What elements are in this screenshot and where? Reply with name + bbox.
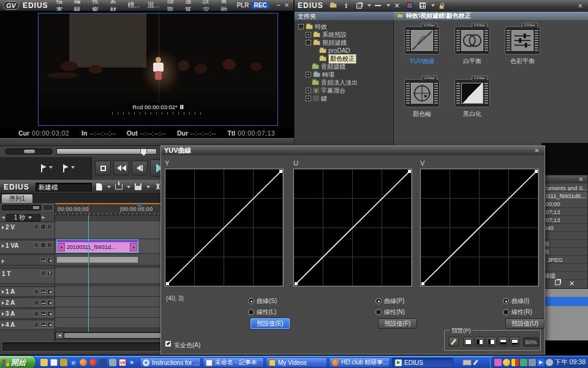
- radio-curve-v[interactable]: 曲線(I): [503, 297, 532, 305]
- effect-color-wheel[interactable]: V.Filter 顏色輪: [399, 79, 445, 118]
- shuttle-slider[interactable]: [5, 148, 53, 155]
- preview-mode-full-button[interactable]: [463, 337, 473, 347]
- tree-item-transitions[interactable]: +轉場: [295, 71, 393, 79]
- safe-color-checkbox[interactable]: [165, 340, 172, 347]
- sync-icon[interactable]: [40, 242, 46, 248]
- track-header-2a[interactable]: 2 A: [0, 297, 55, 308]
- task-my-videos[interactable]: My Videos: [266, 358, 327, 367]
- tray-network-icon[interactable]: [529, 359, 536, 366]
- expand-icon[interactable]: +: [306, 96, 311, 101]
- waveform-icon[interactable]: [40, 300, 46, 305]
- expander-icon[interactable]: [2, 226, 4, 229]
- collapse-icon[interactable]: -: [306, 40, 311, 45]
- quicklaunch-camera-icon[interactable]: [109, 359, 116, 366]
- tray-messenger-icon[interactable]: [503, 359, 510, 366]
- color-button[interactable]: [405, 1, 415, 10]
- curve-graph-y[interactable]: [165, 169, 284, 286]
- track-header-3a[interactable]: 3 A: [0, 309, 55, 319]
- lock-icon[interactable]: [34, 289, 39, 294]
- track-header-1a[interactable]: 1 A: [0, 286, 55, 297]
- tray-zonealarm-icon[interactable]: [511, 359, 519, 366]
- preview-pen-button[interactable]: [448, 337, 459, 347]
- speaker-icon[interactable]: [47, 289, 53, 294]
- film-icon[interactable]: [47, 242, 53, 248]
- sequence-tab[interactable]: 序列1: [2, 194, 32, 203]
- zoom-in-arrow[interactable]: ►: [40, 215, 47, 220]
- view-button[interactable]: [418, 1, 428, 10]
- position-pointer[interactable]: [140, 148, 147, 156]
- lock-icon[interactable]: [34, 224, 39, 229]
- rewind-button[interactable]: [113, 161, 129, 175]
- language-bar[interactable]: [461, 358, 488, 367]
- film-icon[interactable]: [47, 224, 53, 229]
- video-preview[interactable]: Rcd 00:00:03:02*: [38, 13, 278, 126]
- blend-button[interactable]: [373, 1, 383, 10]
- track-header-1t[interactable]: 1 T T: [0, 268, 55, 284]
- expand-icon[interactable]: +: [306, 88, 311, 93]
- duplicate-dropdown[interactable]: [368, 4, 371, 7]
- zoom-value[interactable]: 1 秒: [6, 214, 40, 221]
- quicklaunch-document-icon[interactable]: [50, 359, 58, 366]
- save-button[interactable]: [134, 182, 143, 191]
- task-hdclub[interactable]: HD.club 精研事...: [329, 358, 390, 367]
- waveform-icon[interactable]: [40, 322, 46, 328]
- properties-close-button[interactable]: ✕: [576, 176, 586, 183]
- mark-out-button[interactable]: [59, 162, 69, 174]
- palette-close-button[interactable]: ✕: [576, 2, 585, 9]
- zoom-out-arrow[interactable]: ◄: [0, 215, 6, 220]
- duplicate-button[interactable]: [354, 1, 364, 10]
- lock-icon[interactable]: [34, 300, 39, 305]
- expander-icon[interactable]: [2, 290, 4, 294]
- tray-media-player-icon[interactable]: ▶: [537, 359, 545, 366]
- effect-white-balance[interactable]: V.Filter 白平衡: [449, 26, 496, 66]
- lock-icon[interactable]: [40, 270, 46, 276]
- new-sequence-dropdown[interactable]: [107, 186, 111, 188]
- export-dropdown[interactable]: [127, 186, 130, 188]
- speaker-icon[interactable]: [47, 300, 53, 305]
- close-button[interactable]: ✕: [283, 2, 290, 9]
- title-icon[interactable]: T: [47, 270, 53, 276]
- track-header-4a[interactable]: 4 A: [0, 320, 55, 330]
- waveform-icon[interactable]: [40, 311, 46, 316]
- expander-icon[interactable]: [2, 301, 4, 305]
- timeline-clip[interactable]: 20100311_f9931d...: [56, 239, 138, 253]
- quicklaunch-overflow-chevron[interactable]: »: [130, 358, 134, 366]
- stop-button[interactable]: [95, 161, 111, 175]
- tree-item-color-correction[interactable]: 顏色校正: [295, 55, 393, 63]
- tree-item-keys[interactable]: +鍵: [295, 94, 393, 102]
- task-edius[interactable]: EDIUS: [392, 358, 453, 367]
- curve-handle[interactable]: [295, 282, 298, 285]
- dialog-close-button[interactable]: ✕: [532, 147, 541, 154]
- expand-icon[interactable]: +: [306, 72, 311, 77]
- view-dropdown[interactable]: [431, 4, 435, 7]
- curve-handle[interactable]: [166, 282, 169, 285]
- preview-zoom-button[interactable]: 50%: [523, 337, 539, 347]
- curve-graph-u[interactable]: [293, 169, 412, 286]
- quicklaunch-folder-icon[interactable]: [40, 359, 48, 366]
- quicklaunch-firefox-icon[interactable]: [80, 359, 87, 366]
- minimize-button[interactable]: –: [275, 2, 282, 9]
- selected-list-row[interactable]: [542, 297, 588, 306]
- tray-antivirus-icon[interactable]: [520, 359, 527, 366]
- expander-icon[interactable]: [2, 259, 4, 263]
- tree-item-video-filters[interactable]: -視頻濾鏡: [295, 39, 393, 47]
- effect-black-white[interactable]: V.Filter 黑白化: [449, 79, 496, 118]
- shuttle-handle[interactable]: [24, 150, 35, 153]
- export-button[interactable]: [114, 182, 124, 191]
- tray-volume-icon[interactable]: [546, 359, 553, 366]
- preset-button-u[interactable]: 預設值(F): [378, 318, 417, 329]
- effect-color-balance[interactable]: V.Filter 色彩平衡: [499, 26, 546, 66]
- rec-button[interactable]: REC: [252, 2, 268, 9]
- mark-in-button[interactable]: [37, 162, 47, 174]
- plr-button[interactable]: PLR: [236, 2, 249, 9]
- move-up-button[interactable]: t: [341, 1, 352, 10]
- quicklaunch-app-icon[interactable]: [99, 359, 107, 366]
- quicklaunch-media-icon[interactable]: [60, 359, 67, 366]
- expander-icon[interactable]: [2, 312, 4, 316]
- new-folder-button[interactable]: [328, 1, 339, 10]
- tree-item-audio-filters[interactable]: 音頻濾鏡: [295, 63, 393, 71]
- lock-icon[interactable]: [34, 242, 39, 248]
- track-header-1va-audio[interactable]: [0, 255, 55, 266]
- quicklaunch-ie-icon[interactable]: e: [70, 359, 77, 366]
- tree-item-audio-fades[interactable]: 音頻淡入淡出: [295, 79, 393, 86]
